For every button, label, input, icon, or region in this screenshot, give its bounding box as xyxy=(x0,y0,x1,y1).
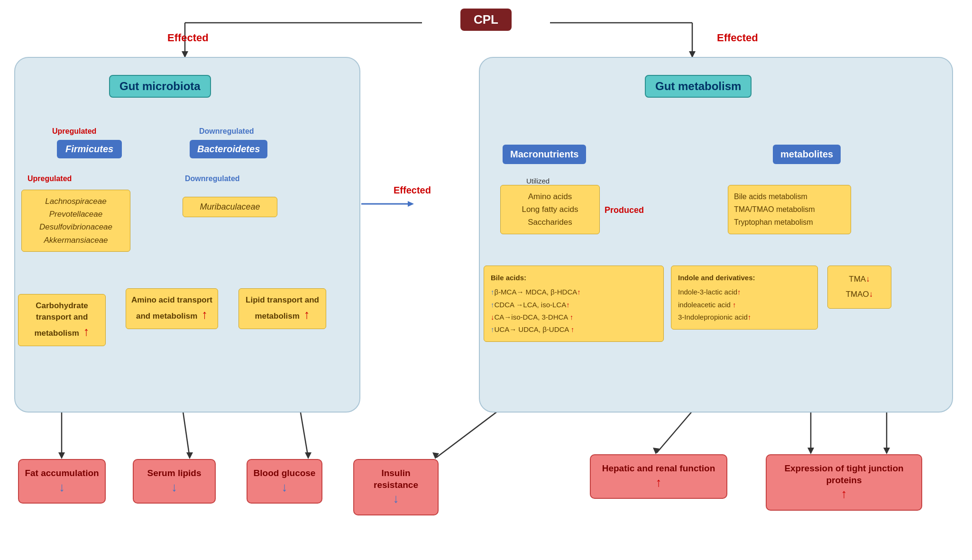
cpl-box: CPL xyxy=(460,9,512,31)
downregulated-1: Downregulated xyxy=(199,127,254,136)
bile-meta-box: Bile acids metabolismTMA/TMAO metabolism… xyxy=(728,185,851,234)
macronutrients-box: Macronutrients xyxy=(503,145,586,164)
indole-box: Indole and derivatives: Indole-3-lactic … xyxy=(671,266,818,330)
svg-marker-25 xyxy=(305,452,312,459)
svg-marker-55 xyxy=(883,448,890,454)
gut-microbiota-title: Gut microbiota xyxy=(109,75,211,98)
carbohydrate-box: Carbohydrate transport and metabolism ↑ xyxy=(18,294,106,346)
svg-marker-23 xyxy=(186,452,193,459)
utilized-label: Utilized xyxy=(526,177,550,185)
firmicutes-box: Firmicutes xyxy=(57,140,122,158)
fat-accumulation-box: Fat accumulation ↓ xyxy=(18,459,106,504)
svg-marker-53 xyxy=(807,448,814,454)
amino-transport-box: Amino acid transport and metabolism ↑ xyxy=(126,288,218,329)
svg-marker-51 xyxy=(653,448,660,454)
produced-label: Produced xyxy=(605,205,644,215)
upregulated-2: Upregulated xyxy=(28,174,72,183)
hepatic-renal-box: Hepatic and renal function ↑ xyxy=(590,454,727,499)
main-container: CPL Effected Effected Gut microbiota Gut… xyxy=(0,0,972,560)
bacteroidetes-box: Bacteroidetes xyxy=(190,140,267,158)
downregulated-2: Downregulated xyxy=(185,174,240,183)
right-panel xyxy=(479,57,953,413)
amino-acids-box: Amino acidsLong fatty acidsSaccharides xyxy=(500,185,600,234)
gut-metabolism-title: Gut metabolism xyxy=(645,75,752,98)
muribaculaceae-box: Muribaculaceae xyxy=(183,197,277,217)
tma-box: TMA↓TMAO↓ xyxy=(827,266,891,309)
tight-junction-box: Expression of tight junction proteins ↑ xyxy=(766,454,922,511)
upregulated-1: Upregulated xyxy=(52,127,96,136)
blood-glucose-box: Blood glucose ↓ xyxy=(247,459,322,504)
metabolites-box: metabolites xyxy=(773,145,841,164)
effected-middle: Effected xyxy=(394,185,431,196)
lipid-transport-box: Lipid transport and metabolism ↑ xyxy=(238,288,326,329)
svg-marker-49 xyxy=(432,452,439,459)
effected-right: Effected xyxy=(717,32,758,44)
insulin-resistance-box: Insulin resistance ↓ xyxy=(353,459,439,515)
bile-acids-box: Bile acids: ↑β-MCA→ MDCA, β-HDCA↑ ↑CDCA … xyxy=(484,266,664,342)
svg-marker-21 xyxy=(58,452,65,459)
serum-lipids-box: Serum lipids ↓ xyxy=(133,459,216,504)
families-box: LachnospiraceaePrevotellaceaeDesulfovibr… xyxy=(21,190,130,252)
effected-left: Effected xyxy=(167,32,209,44)
svg-marker-45 xyxy=(408,201,414,207)
